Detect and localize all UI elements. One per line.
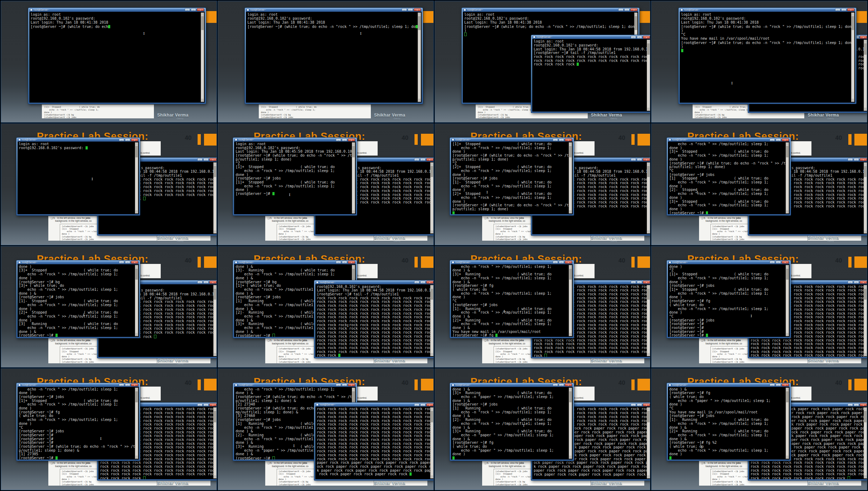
scrollbar-thumb[interactable]: [352, 391, 355, 403]
minimize-button[interactable]: –: [770, 383, 775, 386]
terminal-title-bar[interactable]: root@Server~–▫×: [532, 35, 650, 39]
minimize-button[interactable]: –: [848, 158, 853, 161]
maximize-button[interactable]: ▫: [191, 8, 196, 11]
scrollbar-thumb[interactable]: [352, 269, 355, 280]
scrollbar[interactable]: [647, 162, 650, 234]
minimize-button[interactable]: –: [119, 138, 124, 141]
scrollbar-thumb[interactable]: [352, 146, 355, 157]
scrollbar[interactable]: [569, 142, 572, 213]
scrollbar[interactable]: [352, 142, 355, 213]
scrollbar[interactable]: [864, 285, 867, 356]
scrollbar-thumb[interactable]: [135, 146, 138, 157]
close-button[interactable]: ×: [860, 281, 867, 284]
maximize-button[interactable]: ▫: [854, 403, 859, 406]
scrollbar-thumb[interactable]: [431, 411, 433, 422]
scrollbar[interactable]: [786, 265, 789, 336]
scrollbar-thumb[interactable]: [201, 16, 204, 30]
terminal-title-bar[interactable]: root@Server~–▫×: [315, 280, 433, 284]
terminal-title-bar[interactable]: root@Server~–▫×: [234, 383, 356, 387]
maximize-button[interactable]: ▫: [637, 281, 642, 284]
close-button[interactable]: ×: [426, 158, 433, 161]
close-button[interactable]: ×: [643, 158, 650, 161]
scrollbar-thumb[interactable]: [418, 16, 421, 30]
minimize-button[interactable]: –: [553, 138, 558, 141]
minimize-button[interactable]: –: [119, 261, 124, 264]
scrollbar-thumb[interactable]: [647, 289, 650, 300]
close-button[interactable]: ×: [348, 138, 355, 141]
maximize-button[interactable]: ▫: [776, 261, 781, 264]
maximize-button[interactable]: ▫: [125, 383, 130, 386]
terminal-output[interactable]: rock rock rock rock rock rock rock rock …: [315, 407, 433, 479]
minimize-button[interactable]: –: [336, 383, 341, 386]
terminal-output[interactable]: root@192.168.0.102's password:Last login…: [315, 284, 433, 357]
minimize-button[interactable]: –: [848, 281, 853, 284]
minimize-button[interactable]: –: [553, 261, 558, 264]
close-button[interactable]: ×: [131, 138, 138, 141]
terminal-title-bar[interactable]: root@Server~–▫×: [234, 138, 356, 142]
scrollbar[interactable]: [864, 407, 867, 478]
scrollbar[interactable]: [851, 13, 854, 102]
maximize-button[interactable]: ▫: [420, 403, 426, 406]
terminal-output[interactable]: echo -n "rock " >> /tmp/outfile1; sleep …: [668, 142, 790, 214]
minimize-button[interactable]: –: [553, 383, 558, 386]
close-button[interactable]: ×: [860, 158, 867, 161]
scrollbar[interactable]: [213, 407, 217, 478]
maximize-button[interactable]: ▫: [559, 261, 564, 264]
scrollbar-thumb[interactable]: [786, 391, 789, 403]
maximize-button[interactable]: ▫: [637, 158, 642, 161]
minimize-button[interactable]: –: [414, 403, 420, 406]
maximize-button[interactable]: ▫: [854, 158, 859, 161]
maximize-button[interactable]: ▫: [408, 8, 413, 11]
maximize-button[interactable]: ▫: [342, 138, 347, 141]
scrollbar[interactable]: [786, 388, 789, 459]
maximize-button[interactable]: ▫: [776, 383, 781, 386]
minimize-button[interactable]: –: [197, 158, 203, 161]
terminal-title-bar[interactable]: root@Server~–▫×: [451, 260, 573, 264]
close-button[interactable]: ×: [197, 8, 204, 11]
close-button[interactable]: ×: [131, 261, 138, 264]
scrollbar-thumb[interactable]: [135, 391, 138, 403]
scrollbar[interactable]: [430, 285, 433, 356]
terminal-output[interactable]: login as: rootroot@192.168.0.102's passw…: [246, 12, 421, 103]
minimize-button[interactable]: –: [336, 138, 341, 141]
terminal-title-bar[interactable]: root@Server~–▫×: [451, 138, 573, 142]
minimize-button[interactable]: –: [414, 158, 420, 161]
scrollbar-thumb[interactable]: [864, 43, 867, 54]
scrollbar[interactable]: [864, 162, 867, 234]
close-button[interactable]: ×: [782, 261, 789, 264]
terminal-title-bar[interactable]: root@Server~–▫×: [668, 138, 790, 142]
terminal-output[interactable]: login as: rootroot@192.168.0.102's passw…: [532, 39, 650, 112]
scrollbar[interactable]: [201, 13, 204, 102]
terminal-output[interactable]: done )[3]+ Stopped ( while true; do echo…: [18, 264, 139, 337]
close-button[interactable]: ×: [209, 403, 217, 406]
close-button[interactable]: ×: [565, 138, 572, 141]
maximize-button[interactable]: ▫: [637, 403, 642, 406]
minimize-button[interactable]: –: [631, 403, 636, 406]
close-button[interactable]: ×: [348, 383, 355, 386]
scrollbar[interactable]: [430, 162, 433, 234]
terminal-output[interactable]: [1]+ Stopped ( while true; do echo -n "r…: [451, 142, 573, 214]
scrollbar[interactable]: [569, 388, 572, 459]
terminal-title-bar[interactable]: root@Server~–▫×: [315, 403, 433, 407]
minimize-button[interactable]: –: [197, 281, 203, 284]
maximize-button[interactable]: ▫: [125, 138, 130, 141]
scrollbar[interactable]: [430, 407, 433, 478]
minimize-button[interactable]: –: [631, 158, 636, 161]
minimize-button[interactable]: –: [631, 36, 636, 39]
terminal-output[interactable]: done )^Z[1]+ Stopped ( while true; do ec…: [668, 264, 790, 337]
close-button[interactable]: ×: [630, 8, 637, 11]
close-button[interactable]: ×: [847, 8, 854, 11]
scrollbar[interactable]: [647, 285, 650, 356]
scrollbar-thumb[interactable]: [647, 411, 650, 422]
scrollbar[interactable]: [786, 142, 789, 213]
close-button[interactable]: ×: [782, 138, 789, 141]
terminal-output[interactable]: login as: rootroot@192.168.0.102's passw…: [29, 12, 205, 103]
close-button[interactable]: ×: [348, 261, 355, 264]
terminal-title-bar[interactable]: root@Server~–▫×: [234, 260, 356, 264]
close-button[interactable]: ×: [643, 281, 650, 284]
maximize-button[interactable]: ▫: [342, 261, 347, 264]
minimize-button[interactable]: –: [414, 281, 420, 284]
scrollbar-thumb[interactable]: [135, 269, 138, 280]
close-button[interactable]: ×: [565, 261, 572, 264]
close-button[interactable]: ×: [643, 403, 650, 406]
